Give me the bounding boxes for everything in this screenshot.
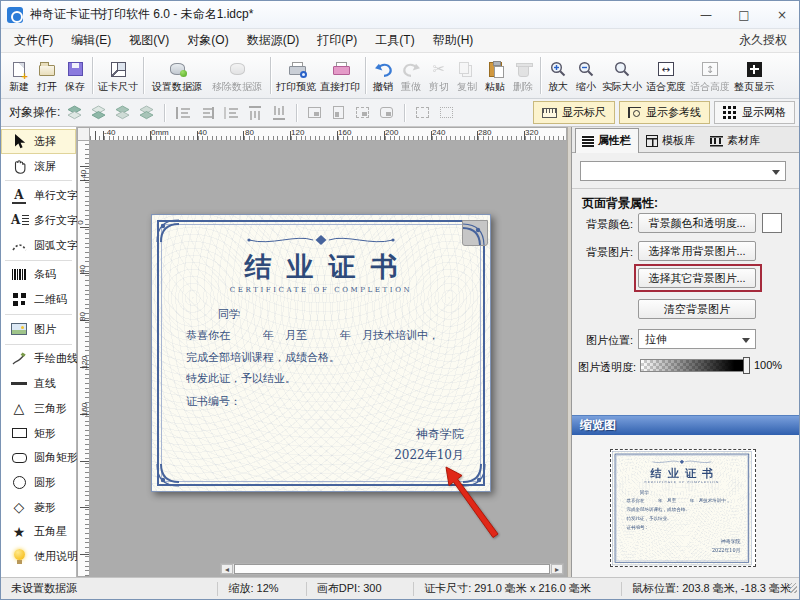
opacity-slider[interactable] [640,359,748,372]
show-guides-toggle[interactable]: 显示参考线 [619,101,710,124]
usage-help-button[interactable]: 使用说明 [1,544,76,569]
tool-arc-text[interactable]: 圆弧文字 [1,233,76,258]
card-size-icon [111,60,126,78]
menu-print[interactable]: 打印(P) [308,29,366,52]
object-operations-label: 对象操作: [9,104,60,121]
undo-button[interactable]: 撤销 [369,53,397,98]
template-icon [646,135,658,147]
scroll-left-icon[interactable]: ◂ [221,564,233,574]
tool-circle[interactable]: 圆形 [1,470,76,495]
tool-image[interactable]: 图片 [1,317,76,342]
direct-print-button[interactable]: 直接打印 [318,53,362,98]
zoom-in-button[interactable]: 放大 [544,53,572,98]
bg-clear-button[interactable]: 清空背景图片 [638,299,756,319]
red-pointer-arrow [432,461,504,549]
flourish-ornament [152,233,490,247]
show-ruler-toggle[interactable]: 显示标尺 [533,101,615,124]
scissors-icon: ✂ [433,60,446,78]
page-thumbnail[interactable]: 结业证书 CERTIFICATE OF COMPLETION 同学 恭喜你在 年… [610,449,756,567]
mouse-position-status: 鼠标位置: 203.8 毫米, -18.3 毫米 [622,582,800,596]
tool-qrcode[interactable]: 二维码 [1,287,76,312]
print-preview-button[interactable]: 打印预览 [274,53,318,98]
tool-barcode[interactable]: 条码 [1,262,76,287]
same-width-icon [305,104,324,122]
tool-pan[interactable]: 滚屏 [1,154,76,179]
tool-single-line-text[interactable]: A单行文字 [1,183,76,208]
qrcode-icon [9,293,29,306]
save-button[interactable]: 保存 [61,53,89,98]
menu-object[interactable]: 对象(O) [178,29,237,52]
bg-color-swatch[interactable] [762,213,782,233]
certificate-line: 完成全部培训课程，成绩合格。 [186,347,470,368]
scrollbar-thumb[interactable] [234,564,550,574]
toolbar-separator [164,104,165,122]
close-button[interactable]: × [763,1,800,29]
tool-select[interactable]: 选择 [1,129,76,154]
thumbnail-certificate: 结业证书 CERTIFICATE OF COMPLETION 同学 恭喜你在 年… [612,451,751,565]
paste-button[interactable]: 粘贴 [481,53,509,98]
scroll-right-icon[interactable]: ▸ [551,564,563,574]
properties-panel: 属性栏 模板库 素材库 页面背景属性: 背景颜色: 背景颜色和透明度... 背景… [571,127,800,577]
tab-properties[interactable]: 属性栏 [575,128,639,153]
bg-color-button[interactable]: 背景颜色和透明度... [638,213,756,233]
tool-triangle[interactable]: △三角形 [1,396,76,421]
menu-datasource[interactable]: 数据源(D) [238,29,309,52]
tool-line[interactable]: 直线 [1,371,76,396]
horizontal-ruler: -40 0mm 40 80 120 160 200 240 280 320 [90,127,567,141]
tool-multi-line-text[interactable]: A多行文字 [1,208,76,233]
certificate-page[interactable]: 结业证书 CERTIFICATE OF COMPLETION 同学 恭喜你在 年… [151,214,491,492]
object-selector-dropdown[interactable] [580,161,786,181]
window-controls: — □ × [687,1,800,29]
align-top-icon [245,104,264,122]
menu-tools[interactable]: 工具(T) [366,29,423,52]
pen-curve-icon [9,351,29,366]
full-page-icon [747,60,762,78]
set-datasource-button[interactable]: 设置数据源 [147,53,207,98]
card-size-status: 证卡尺寸: 291.0 毫米 x 216.0 毫米 [414,582,622,596]
rounded-rectangle-icon [9,453,29,463]
image-position-dropdown[interactable]: 拉伸 [638,329,756,349]
tab-template-library[interactable]: 模板库 [639,128,703,152]
show-grid-toggle[interactable]: 显示网格 [714,101,795,124]
menu-edit[interactable]: 编辑(E) [62,29,120,52]
fit-width-button[interactable]: ↔适合宽度 [644,53,688,98]
properties-list-icon [582,135,594,147]
menu-view[interactable]: 视图(V) [120,29,178,52]
menu-help[interactable]: 帮助(H) [424,29,483,52]
toolbar-separator [365,57,366,94]
tool-diamond[interactable]: ◇菱形 [1,495,76,520]
thumbnail-header: 缩览图 [572,415,800,435]
group-icon [413,104,432,122]
tab-material-library[interactable]: 素材库 [703,128,768,152]
actual-size-button[interactable]: 实际大小 [600,53,644,98]
remove-datasource-button: 移除数据源 [207,53,267,98]
guides-icon [628,107,641,118]
maximize-button[interactable]: □ [725,1,763,29]
actual-size-icon [614,60,630,78]
material-bank-icon [710,135,723,147]
view-toggles: 显示标尺 显示参考线 显示网格 [533,101,800,124]
triangle-icon: △ [9,401,29,415]
print-preview-icon [288,60,305,78]
open-button[interactable]: 打开 [33,53,61,98]
tool-star[interactable]: ★五角星 [1,519,76,544]
design-canvas[interactable]: 结业证书 CERTIFICATE OF COMPLETION 同学 恭喜你在 年… [90,141,567,577]
align-right-icon [221,104,240,122]
tool-freehand-curve[interactable]: 手绘曲线 [1,347,76,372]
new-button[interactable]: 新建 [5,53,33,98]
bg-other-image-button[interactable]: 选择其它背景图片... [638,268,756,288]
same-height-icon [329,104,348,122]
full-page-button[interactable]: 整页显示 [732,53,776,98]
zoom-out-button[interactable]: 缩小 [572,53,600,98]
copy-icon [462,60,472,78]
tool-rectangle[interactable]: 矩形 [1,421,76,446]
tool-rounded-rectangle[interactable]: 圆角矩形 [1,445,76,470]
bg-common-image-button[interactable]: 选择常用背景图片... [638,241,756,261]
menu-file[interactable]: 文件(F) [5,29,62,52]
resize-grip[interactable] [787,583,797,593]
circle-icon [9,476,29,489]
card-size-button[interactable]: 证卡尺寸 [96,53,140,98]
slider-handle[interactable] [743,357,750,374]
minimize-button[interactable]: — [687,1,725,29]
horizontal-scrollbar[interactable]: ◂ ▸ [220,563,564,575]
